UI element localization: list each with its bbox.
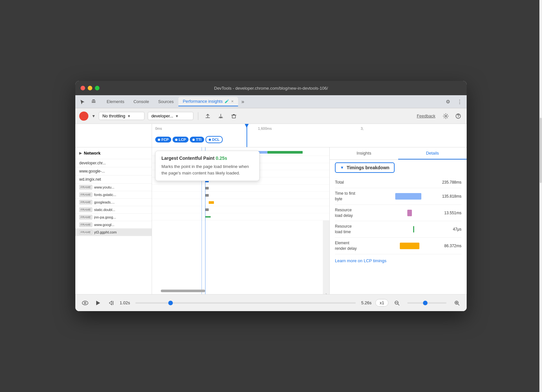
left-panel: ▶ Network developer.chr... www.google-..… xyxy=(75,147,152,294)
timing-bar-area-ttfb xyxy=(377,193,440,200)
wf-bar-8 xyxy=(205,194,209,197)
zoom-thumb[interactable] xyxy=(423,301,428,305)
svg-point-8 xyxy=(84,302,86,304)
skip-back-button[interactable] xyxy=(107,298,116,308)
more-options-button[interactable]: ⋮ xyxy=(455,97,464,106)
gear-icon-button[interactable] xyxy=(441,112,450,121)
maximize-button[interactable] xyxy=(95,86,99,90)
tab-close-icon[interactable]: × xyxy=(231,99,234,104)
zoom-out-button[interactable] xyxy=(392,298,401,308)
download-button[interactable] xyxy=(216,111,226,121)
main-content: 0ms 1,600ms 3, FCP LCP xyxy=(75,124,467,294)
zoom-slider[interactable] xyxy=(407,302,446,304)
frame-badge: FRAME xyxy=(79,185,92,189)
svg-point-7 xyxy=(82,301,88,305)
bottom-bar: 1.02s 5.26s x1 xyxy=(75,294,467,311)
frame-item-6[interactable]: FRAME yt3.ggpht.com xyxy=(75,229,152,236)
close-button[interactable] xyxy=(81,86,85,90)
network-chevron-icon: ▶ xyxy=(79,151,82,155)
frame-item-1[interactable]: FRAME fonts.gstatic... xyxy=(75,191,152,199)
frame-item-2[interactable]: FRAME googleads.... xyxy=(75,199,152,206)
network-item-0[interactable]: developer.chr... xyxy=(75,159,152,167)
tooltip-highlight: 0.25s xyxy=(216,156,227,161)
timing-row-erd: Elementrender delay 86.372ms xyxy=(335,238,461,254)
ruler-mark-1: 1,600ms xyxy=(258,127,361,130)
delete-button[interactable] xyxy=(229,111,239,121)
tab-elements[interactable]: Elements xyxy=(102,97,129,106)
network-label: Network xyxy=(84,151,100,156)
playback-thumb[interactable] xyxy=(168,301,173,305)
tab-insights[interactable]: Insights xyxy=(330,147,398,159)
wf-row-9 xyxy=(152,213,329,220)
wf-row-6 xyxy=(152,192,329,199)
help-icon-button[interactable] xyxy=(454,112,463,121)
record-dropdown-arrow[interactable]: ▼ xyxy=(92,114,96,118)
network-item-2[interactable]: wd.imgix.net xyxy=(75,175,152,184)
timeline-right: 0ms 1,600ms 3, FCP LCP xyxy=(152,124,467,147)
dcl-dot xyxy=(209,139,211,141)
wf-row-8 xyxy=(152,206,329,213)
wf-row-7 xyxy=(152,199,329,206)
feedback-link[interactable]: Feedback xyxy=(417,113,435,118)
fcp-dot xyxy=(158,139,160,141)
svg-point-6 xyxy=(458,117,459,118)
right-tabs: Insights Details xyxy=(330,147,467,160)
panel-resize-handle[interactable]: › xyxy=(323,220,329,294)
timing-label-ttfb: Time to firstbyte xyxy=(335,191,377,202)
tab-performance-insights[interactable]: Performance insights 🧪 × xyxy=(178,97,238,106)
window-controls xyxy=(81,86,99,90)
time-end: 5.26s xyxy=(361,300,371,305)
window-title: DevTools - developer.chrome.com/blog/new… xyxy=(214,86,328,91)
throttling-dropdown[interactable]: No throttling ▼ xyxy=(99,112,144,120)
timing-label-rlt: Resourceload time xyxy=(335,224,377,235)
zoom-level: x1 xyxy=(375,299,388,307)
timing-row-rld: Resourceload delay 13.551ms xyxy=(335,205,461,221)
tab-list: Elements Console Sources Performance ins… xyxy=(102,97,443,106)
more-tabs-button[interactable]: » xyxy=(238,97,247,106)
network-header: ▶ Network xyxy=(75,147,152,159)
learn-more-link[interactable]: Learn more on LCP timings xyxy=(335,254,461,267)
eye-button[interactable] xyxy=(81,298,90,308)
horizontal-scrollbar-thumb[interactable] xyxy=(161,290,205,292)
tti-dot xyxy=(192,139,195,141)
timings-header[interactable]: ▼ Timings breakdown xyxy=(335,162,395,173)
tab-sources[interactable]: Sources xyxy=(154,97,178,106)
upload-button[interactable] xyxy=(203,111,213,121)
timing-label-erd: Elementrender delay xyxy=(335,240,377,251)
timing-row-rlt: Resourceload time 47μs xyxy=(335,221,461,238)
timings-chevron-icon: ▼ xyxy=(340,165,344,170)
tooltip-body: Marks the point in the page load timelin… xyxy=(161,163,253,176)
cursor-icon[interactable] xyxy=(78,97,87,106)
play-button[interactable] xyxy=(94,298,103,308)
minimize-button[interactable] xyxy=(88,86,92,90)
settings-icon-button[interactable]: ⚙ xyxy=(443,97,452,106)
zoom-in-button[interactable] xyxy=(452,298,461,308)
devtools-chrome: Elements Console Sources Performance ins… xyxy=(75,95,467,311)
pill-lcp: LCP xyxy=(173,137,188,143)
pill-dcl: DCL xyxy=(205,136,223,143)
svg-rect-1 xyxy=(92,102,96,103)
frame-item-4[interactable]: FRAME jnn-pa.goog... xyxy=(75,214,152,221)
frame-item-0[interactable]: FRAME www.youtu... xyxy=(75,184,152,191)
frame-item-3[interactable]: FRAME static.doubl... xyxy=(75,206,152,214)
frame-badge: FRAME xyxy=(79,200,92,204)
pill-fcp: FCP xyxy=(155,137,171,143)
tab-console[interactable]: Console xyxy=(129,97,154,106)
timeline-left xyxy=(75,124,152,147)
network-item-1[interactable]: www.google-... xyxy=(75,167,152,175)
timings-title: Timings breakdown xyxy=(347,165,389,170)
timing-value-erd: 86.372ms xyxy=(442,244,461,248)
timing-row-ttfb: Time to firstbyte 135.818ms xyxy=(335,188,461,205)
frame-item-5[interactable]: FRAME www.googl... xyxy=(75,221,152,229)
url-dropdown[interactable]: developer... ▼ xyxy=(148,112,193,120)
timing-value-ttfb: 135.818ms xyxy=(440,194,461,199)
layers-icon[interactable] xyxy=(89,97,98,106)
record-button[interactable] xyxy=(79,112,88,121)
time-start: 1.02s xyxy=(120,300,130,305)
tab-details[interactable]: Details xyxy=(398,147,467,159)
timing-bar-area-rld xyxy=(377,210,442,216)
tab-icon-group xyxy=(78,97,98,106)
timeline-ruler: 0ms 1,600ms 3, xyxy=(152,127,467,130)
playback-slider[interactable] xyxy=(135,302,356,304)
devtools-window: DevTools - developer.chrome.com/blog/new… xyxy=(75,81,467,311)
